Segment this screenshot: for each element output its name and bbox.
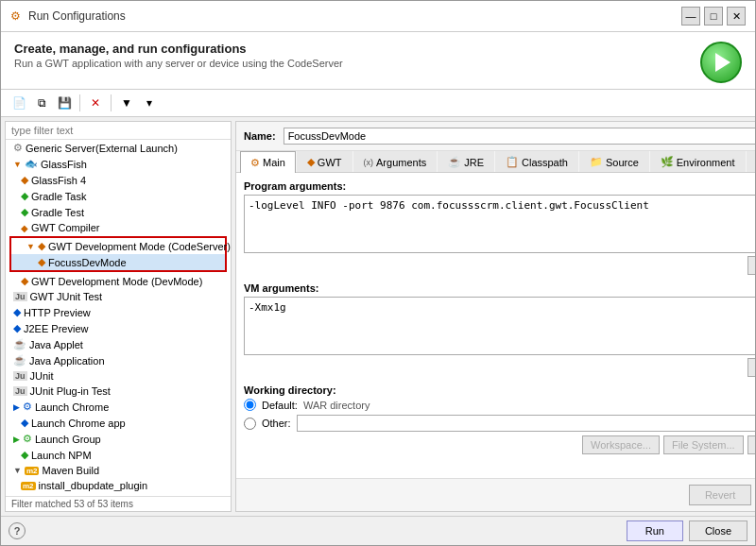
tree-label: FocussDevMode <box>48 257 127 268</box>
tab-source[interactable]: 📁 Source <box>579 151 649 172</box>
m2-icon: m2 <box>25 467 40 475</box>
tree-item-maven-build[interactable]: ▼ m2 Maven Build <box>6 463 231 478</box>
vm-args-variables-button[interactable]: Variables... <box>747 358 755 377</box>
tree-item-java-application[interactable]: ☕ Java Application <box>6 352 231 368</box>
tree-item-launch-chrome[interactable]: ▶ ⚙ Launch Chrome <box>6 399 231 415</box>
close-window-button[interactable]: Close <box>689 520 747 541</box>
classpath-tab-label: Classpath <box>522 157 568 168</box>
working-dir-section: Working directory: Default: WAR director… <box>244 384 755 454</box>
program-args-input[interactable]: -logLevel INFO -port 9876 com.focussscrm… <box>244 195 755 253</box>
help-button[interactable]: ? <box>9 522 26 539</box>
java-applet-icon: ☕ <box>13 338 26 350</box>
tree-item-glassfish4[interactable]: ◆ GlassFish 4 <box>6 172 231 188</box>
tree-item-gwt-junit[interactable]: Ju GWT JUnit Test <box>6 289 231 304</box>
default-radio-label: Default: <box>262 400 298 411</box>
delete-button[interactable]: ✕ <box>85 93 106 113</box>
gwt-dev-icon: ◆ <box>38 240 45 252</box>
j2ee-icon: ◆ <box>13 322 21 334</box>
tab-main[interactable]: ⚙ Main <box>240 151 296 173</box>
tab-classpath[interactable]: 📋 Classpath <box>495 151 578 172</box>
tree-item-focussdevmode[interactable]: ◆ FocussDevMode <box>11 254 225 270</box>
gwt-devmode-icon: ◆ <box>21 275 28 287</box>
config-bottom-buttons: Revert Apply <box>236 478 755 511</box>
tab-gwt[interactable]: ◆ GWT <box>297 151 352 172</box>
source-tab-label: Source <box>606 157 639 168</box>
name-input[interactable] <box>284 128 755 145</box>
window-action-buttons: Run Close <box>627 520 747 541</box>
tree-item-install-dbupdate[interactable]: m2 install_dbupdate_plugin <box>6 478 231 493</box>
tree-item-gradle-task[interactable]: ◆ Gradle Task <box>6 188 231 204</box>
tree-item-launch-group[interactable]: ▶ ⚙ Launch Group <box>6 431 231 447</box>
tab-common[interactable]: □ Common <box>747 151 755 172</box>
other-radio[interactable] <box>244 418 256 430</box>
working-dir-variables-button[interactable]: Variables... <box>747 435 755 454</box>
gwt-compiler-icon: ◆ <box>21 223 28 233</box>
tabs-row: ⚙ Main ◆ GWT (x) Arguments ☕ JRE 📋 Cl <box>236 151 755 173</box>
tree-item-http-preview[interactable]: ◆ HTTP Preview <box>6 304 231 320</box>
tree-item-gradle-test[interactable]: ◆ Gradle Test <box>6 204 231 220</box>
tree-label: Launch NPM <box>31 450 92 461</box>
tree-label: JUnit <box>30 370 54 382</box>
other-radio-label: Other: <box>262 418 291 429</box>
tab-arguments[interactable]: (x) Arguments <box>353 151 438 172</box>
tab-jre[interactable]: ☕ JRE <box>438 151 494 172</box>
save-button[interactable]: 💾 <box>54 93 75 113</box>
window-icon: ⚙ <box>10 9 21 23</box>
filter-button[interactable]: ▼ <box>116 93 137 113</box>
program-args-row: -logLevel INFO -port 9876 com.focussscrm… <box>244 195 755 253</box>
maximize-button[interactable]: □ <box>704 7 723 26</box>
toolbar: 📄 ⧉ 💾 ✕ ▼ ▾ <box>1 90 755 117</box>
gradle-task-icon: ◆ <box>21 190 28 202</box>
tree-label: Generic Server(External Launch) <box>26 143 178 154</box>
close-button[interactable]: ✕ <box>727 7 746 26</box>
tree-item-gwt-devmode[interactable]: ◆ GWT Development Mode (DevMode) <box>6 273 231 289</box>
tree-label: Gradle Test <box>31 207 84 218</box>
minimize-button[interactable]: — <box>681 7 700 26</box>
tree-label: Java Applet <box>29 339 83 350</box>
vm-args-input[interactable]: -Xmx1g <box>244 297 755 355</box>
filesystem-button[interactable]: File System... <box>663 435 744 454</box>
ju-badge: Ju <box>13 292 27 301</box>
m2-icon: m2 <box>21 482 36 490</box>
source-tab-icon: 📁 <box>590 156 603 168</box>
tree-item-j2ee-preview[interactable]: ◆ J2EE Preview <box>6 320 231 336</box>
tree-label: GWT JUnit Test <box>30 291 103 302</box>
gwt-tab-label: GWT <box>318 157 342 168</box>
tree-label: GlassFish <box>41 159 87 170</box>
tree-label: install_dbupdate_plugin <box>39 480 148 491</box>
name-label: Name: <box>244 130 276 142</box>
default-radio[interactable] <box>244 399 256 411</box>
workspace-button[interactable]: Workspace... <box>582 435 660 454</box>
java-app-icon: ☕ <box>13 354 26 367</box>
filter-options-button[interactable]: ▾ <box>139 93 160 113</box>
revert-button[interactable]: Revert <box>689 485 751 505</box>
run-button[interactable]: Run <box>627 520 683 541</box>
filter-input[interactable] <box>6 122 231 140</box>
tree-item-gwt-compiler[interactable]: ◆ GWT Compiler <box>6 220 231 235</box>
tree-item-java-applet[interactable]: ☕ Java Applet <box>6 336 231 352</box>
program-args-variables-button[interactable]: Variables... <box>747 256 755 275</box>
environment-tab-label: Environment <box>677 157 735 168</box>
tree-label: Launch Chrome app <box>31 418 126 429</box>
vm-args-group: VM arguments: -Xmx1g Variables... <box>244 282 755 377</box>
tree-label: Launch Chrome <box>35 401 109 413</box>
gradle-test-icon: ◆ <box>21 206 28 218</box>
tree-item-gwt-dev-codeserver[interactable]: ▼ ◆ GWT Development Mode (CodeServer) <box>11 238 225 254</box>
classpath-tab-icon: 📋 <box>506 156 519 168</box>
tree-item-junit-plugin[interactable]: Ju JUnit Plug-in Test <box>6 384 231 399</box>
tree-item-launch-npm[interactable]: ◆ Launch NPM <box>6 447 231 463</box>
arguments-tab-label: Arguments <box>376 157 426 168</box>
launch-chrome-app-icon: ◆ <box>21 417 28 429</box>
duplicate-button[interactable]: ⧉ <box>31 93 52 113</box>
program-args-group: Program arguments: -logLevel INFO -port … <box>244 180 755 275</box>
new-config-button[interactable]: 📄 <box>9 93 29 113</box>
tree-item-launch-chrome-app[interactable]: ◆ Launch Chrome app <box>6 415 231 431</box>
arguments-tab-icon: (x) <box>364 158 374 167</box>
tree-item-glassfish[interactable]: ▼ 🐟 GlassFish <box>6 156 231 172</box>
other-input[interactable] <box>297 415 755 432</box>
run-button[interactable] <box>700 42 742 83</box>
tab-environment[interactable]: 🌿 Environment <box>650 151 746 172</box>
launch-chrome-icon: ⚙ <box>23 401 32 413</box>
tree-item-generic-server[interactable]: ⚙ Generic Server(External Launch) <box>6 140 231 156</box>
tree-item-junit[interactable]: Ju JUnit <box>6 368 231 384</box>
